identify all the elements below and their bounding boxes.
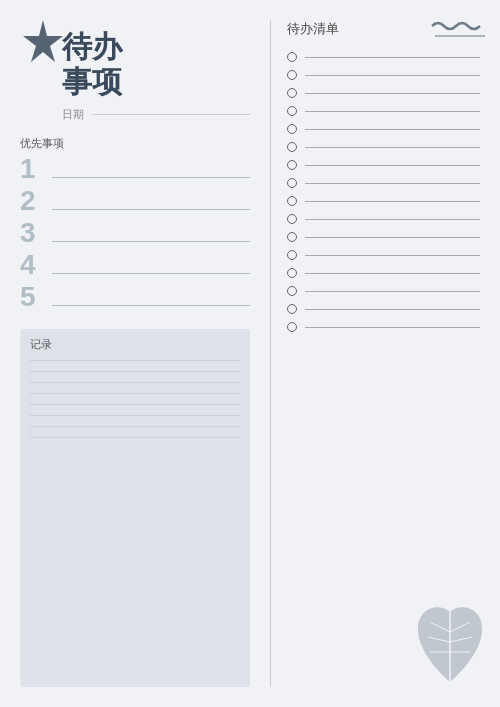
todo-item (287, 106, 480, 116)
priority-section: 优先事项 1 2 3 4 5 (20, 136, 250, 315)
todo-item (287, 52, 480, 62)
todo-item (287, 160, 480, 170)
todo-item (287, 286, 480, 296)
priority-label: 优先事项 (20, 136, 250, 151)
page: 待办 事项 日期 优先事项 1 2 3 4 5 记录 (0, 0, 500, 707)
todo-item (287, 196, 480, 206)
todo-item-line (305, 129, 480, 130)
priority-item: 4 (20, 251, 250, 279)
todo-item-line (305, 255, 480, 256)
todo-circle (287, 178, 297, 188)
todo-circle (287, 286, 297, 296)
todo-item-line (305, 183, 480, 184)
priority-number: 3 (20, 219, 48, 247)
todo-circle (287, 250, 297, 260)
notes-line (30, 360, 240, 361)
todo-circle (287, 106, 297, 116)
priority-item-line (52, 241, 250, 242)
notes-line (30, 426, 240, 427)
notes-lines-container (30, 360, 240, 438)
todo-circle (287, 88, 297, 98)
main-title-line1: 待办 (62, 30, 250, 65)
todo-title: 待办清单 (287, 20, 480, 38)
priority-item-line (52, 209, 250, 210)
todo-item-line (305, 111, 480, 112)
priority-item: 5 (20, 283, 250, 311)
date-label: 日期 (62, 107, 84, 122)
todo-item-line (305, 219, 480, 220)
priority-number: 2 (20, 187, 48, 215)
notes-line (30, 415, 240, 416)
todo-item (287, 268, 480, 278)
notes-line (30, 371, 240, 372)
priority-item: 1 (20, 155, 250, 183)
todo-item-line (305, 237, 480, 238)
todo-item (287, 250, 480, 260)
notes-line (30, 437, 240, 438)
todo-item (287, 70, 480, 80)
date-line (92, 114, 250, 115)
notes-line (30, 382, 240, 383)
todo-item-line (305, 165, 480, 166)
todo-circle (287, 52, 297, 62)
todo-item (287, 304, 480, 314)
notes-line (30, 404, 240, 405)
notes-label: 记录 (30, 337, 240, 352)
todo-circle (287, 124, 297, 134)
todo-item (287, 124, 480, 134)
todo-item (287, 88, 480, 98)
todo-circle (287, 142, 297, 152)
todo-circle (287, 196, 297, 206)
priority-number: 5 (20, 283, 48, 311)
todo-item-line (305, 309, 480, 310)
todo-item-line (305, 327, 480, 328)
priority-item: 2 (20, 187, 250, 215)
todo-item-line (305, 57, 480, 58)
todo-circle (287, 160, 297, 170)
priority-item-line (52, 305, 250, 306)
title-area: 待办 事项 (62, 30, 250, 99)
todo-item (287, 232, 480, 242)
todo-item-line (305, 93, 480, 94)
todo-circle (287, 268, 297, 278)
priority-item: 3 (20, 219, 250, 247)
priority-item-line (52, 177, 250, 178)
todo-circle (287, 70, 297, 80)
left-panel: 待办 事项 日期 优先事项 1 2 3 4 5 记录 (0, 0, 270, 707)
right-panel: 待办清单 (271, 0, 500, 707)
todo-item-line (305, 75, 480, 76)
todo-items-container (287, 52, 480, 340)
todo-item (287, 142, 480, 152)
date-row: 日期 (62, 107, 250, 122)
todo-item-line (305, 291, 480, 292)
priority-items-container: 1 2 3 4 5 (20, 155, 250, 311)
notes-line (30, 393, 240, 394)
todo-circle (287, 304, 297, 314)
todo-circle (287, 232, 297, 242)
main-title-line2: 事项 (62, 65, 250, 100)
todo-item (287, 214, 480, 224)
todo-item (287, 322, 480, 332)
todo-item-line (305, 273, 480, 274)
todo-item-line (305, 147, 480, 148)
todo-circle (287, 322, 297, 332)
priority-number: 4 (20, 251, 48, 279)
todo-circle (287, 214, 297, 224)
priority-item-line (52, 273, 250, 274)
todo-item-line (305, 201, 480, 202)
priority-number: 1 (20, 155, 48, 183)
todo-item (287, 178, 480, 188)
notes-section: 记录 (20, 329, 250, 687)
